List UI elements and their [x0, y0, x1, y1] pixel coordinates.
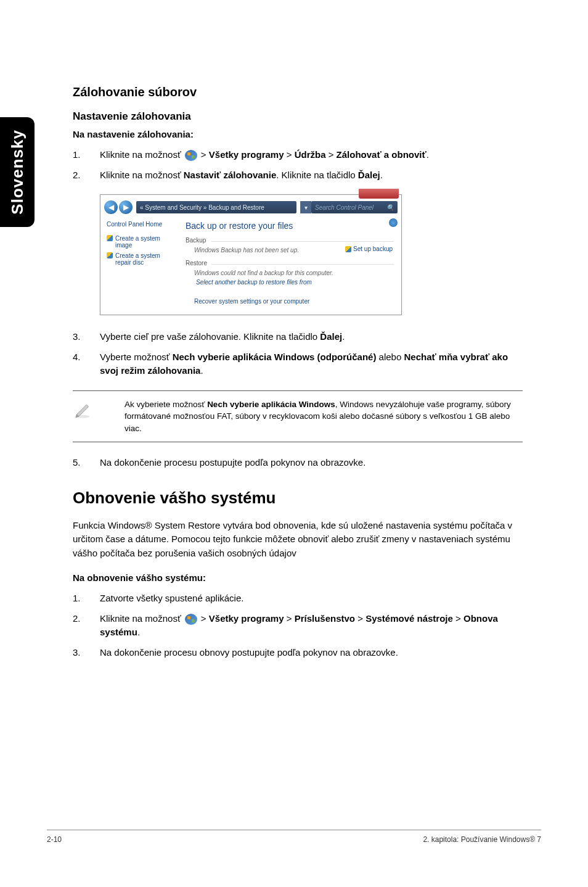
shield-icon — [107, 252, 113, 258]
shield-icon — [107, 235, 113, 241]
address-breadcrumb[interactable]: « System and Security » Backup and Resto… — [136, 201, 296, 213]
section-title: Zálohovanie súborov — [73, 85, 523, 99]
nav-back-button[interactable]: ◀ — [104, 200, 118, 214]
search-input[interactable]: Search Control Panel 🔍 — [311, 201, 398, 213]
window-main-panel: Back up or restore your files Backup Win… — [181, 216, 401, 315]
backup-window-screenshot: ◀ ▶ « System and Security » Backup and R… — [100, 194, 402, 315]
restore-section-title: Obnovenie vášho systému — [73, 489, 523, 508]
shield-icon — [345, 246, 351, 252]
recover-system-link[interactable]: Recover system settings or your computer — [186, 298, 394, 305]
note-block: Ak vyberiete možnosť Nech vyberie apliká… — [73, 390, 523, 443]
create-system-image-link[interactable]: Create a system image — [107, 235, 174, 249]
restore-paragraph: Funkcia Windows® System Restore vytvára … — [73, 519, 523, 561]
step-item: 3. Vyberte cieľ pre vaše zálohovanie. Kl… — [73, 330, 523, 344]
nav-forward-button[interactable]: ▶ — [119, 200, 133, 214]
step-item: 5. Na dokončenie procesu postupujte podľ… — [73, 456, 523, 470]
windows-start-icon — [185, 150, 197, 161]
steps-list-3: 5. Na dokončenie procesu postupujte podľ… — [73, 456, 523, 470]
page-footer: 2-10 2. kapitola: Používanie Windows® 7 — [47, 830, 541, 844]
step-text: Kliknite na možnosť > Všetky programy > … — [100, 148, 523, 162]
step-number: 5. — [73, 456, 100, 470]
create-repair-disc-link[interactable]: Create a system repair disc — [107, 252, 174, 266]
select-another-backup-link[interactable]: Select another backup to restore files f… — [194, 279, 394, 286]
step-item: 2. Kliknite na možnosť > Všetky programy… — [73, 612, 523, 640]
page-number: 2-10 — [47, 835, 62, 844]
step-item: 2. Kliknite na možnosť Nastaviť zálohova… — [73, 168, 523, 183]
restore-section-label: Restore — [186, 260, 394, 266]
step-item: 4. Vyberte možnosť Nech vyberie aplikáci… — [73, 350, 523, 378]
note-text: Ak vyberiete možnosť Nech vyberie apliká… — [100, 398, 523, 435]
step-number: 2. — [73, 168, 100, 183]
windows-start-icon — [185, 614, 197, 625]
main-panel-title: Back up or restore your files — [186, 221, 394, 231]
section-instruction: Na nastavenie zálohovania: — [73, 129, 523, 139]
step-number: 3. — [73, 646, 100, 660]
window-body: Control Panel Home Create a system image… — [100, 216, 401, 315]
breadcrumb-dropdown[interactable]: ▾ — [300, 201, 311, 213]
help-icon[interactable] — [389, 218, 398, 227]
steps-list-4: 1. Zatvorte všetky spustené aplikácie. 2… — [73, 592, 523, 659]
step-number: 1. — [73, 592, 100, 606]
steps-list-1: 1. Kliknite na možnosť > Všetky programy… — [73, 148, 523, 182]
step-number: 4. — [73, 350, 100, 378]
step-text: Vyberte možnosť Nech vyberie aplikácia W… — [100, 350, 523, 378]
side-language-label: Slovensky — [8, 130, 27, 215]
page-content: Zálohovanie súborov Nastavenie zálohovan… — [73, 85, 523, 672]
control-panel-home-link[interactable]: Control Panel Home — [107, 221, 174, 228]
search-placeholder: Search Control Panel — [315, 204, 374, 211]
step-number: 3. — [73, 330, 100, 344]
step-text: Kliknite na možnosť Nastaviť zálohovanie… — [100, 168, 523, 183]
step-text: Vyberte cieľ pre vaše zálohovanie. Klikn… — [100, 330, 523, 344]
restore-status-text: Windows could not find a backup for this… — [194, 270, 394, 276]
step-item: 1. Zatvorte všetky spustené aplikácie. — [73, 592, 523, 606]
note-pencil-icon — [73, 398, 100, 435]
window-navbar: ◀ ▶ « System and Security » Backup and R… — [100, 199, 401, 216]
restore-instruction: Na obnovenie vášho systému: — [73, 572, 523, 583]
step-text: Zatvorte všetky spustené aplikácie. — [100, 592, 523, 606]
step-number: 1. — [73, 148, 100, 162]
step-item: 3. Na dokončenie procesu obnovy postupuj… — [73, 646, 523, 660]
section-subtitle: Nastavenie zálohovania — [73, 110, 523, 123]
side-language-tab: Slovensky — [0, 117, 35, 227]
step-text: Kliknite na možnosť > Všetky programy > … — [100, 612, 523, 640]
window-sidebar: Control Panel Home Create a system image… — [100, 216, 181, 315]
step-text: Na dokončenie procesu obnovy postupujte … — [100, 646, 523, 660]
backup-section-label: Backup — [186, 237, 394, 244]
window-control-buttons[interactable] — [359, 189, 399, 199]
step-number: 2. — [73, 612, 100, 640]
setup-backup-link[interactable]: Set up backup — [345, 245, 393, 252]
step-text: Na dokončenie procesu postupujte podľa p… — [100, 456, 523, 470]
chapter-label: 2. kapitola: Používanie Windows® 7 — [423, 835, 541, 844]
step-item: 1. Kliknite na možnosť > Všetky programy… — [73, 148, 523, 162]
search-icon: 🔍 — [386, 204, 394, 211]
breadcrumb-text: « System and Security » Backup and Resto… — [140, 204, 264, 211]
steps-list-2: 3. Vyberte cieľ pre vaše zálohovanie. Kl… — [73, 330, 523, 378]
nav-buttons-group: ◀ ▶ — [104, 200, 133, 214]
restore-section-body: Windows could not find a backup for this… — [186, 268, 394, 292]
